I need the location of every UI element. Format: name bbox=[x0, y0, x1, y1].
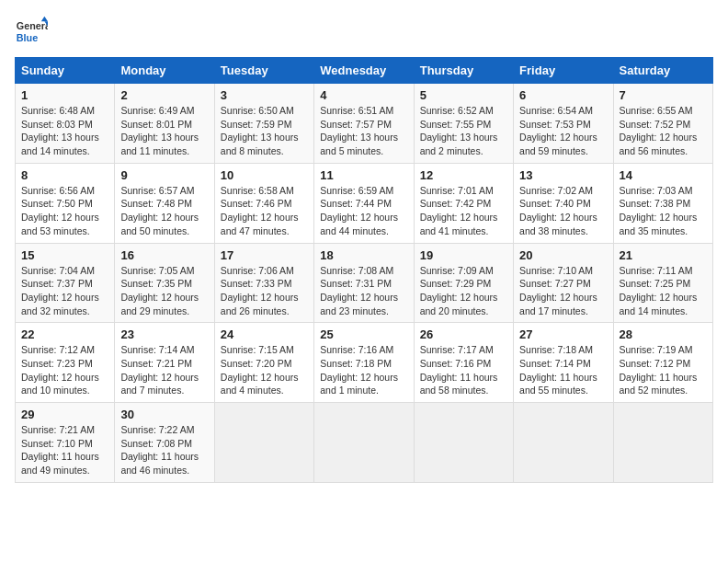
day-number: 11 bbox=[320, 168, 407, 182]
header-thursday: Thursday bbox=[414, 58, 513, 84]
calendar-cell: 21 Sunrise: 7:11 AMSunset: 7:25 PMDaylig… bbox=[613, 243, 712, 323]
calendar-cell: 19 Sunrise: 7:09 AMSunset: 7:29 PMDaylig… bbox=[414, 243, 513, 323]
calendar-cell: 5 Sunrise: 6:52 AMSunset: 7:55 PMDayligh… bbox=[414, 84, 513, 164]
day-number: 17 bbox=[221, 248, 308, 262]
day-info: Sunrise: 7:22 AMSunset: 7:08 PMDaylight:… bbox=[120, 423, 208, 477]
calendar-cell: 26 Sunrise: 7:17 AMSunset: 7:16 PMDaylig… bbox=[414, 323, 513, 403]
day-number: 22 bbox=[21, 327, 108, 341]
day-info: Sunrise: 7:21 AMSunset: 7:10 PMDaylight:… bbox=[21, 423, 108, 477]
day-info: Sunrise: 7:04 AMSunset: 7:37 PMDaylight:… bbox=[21, 264, 108, 318]
day-info: Sunrise: 7:15 AMSunset: 7:20 PMDaylight:… bbox=[221, 343, 308, 397]
header-monday: Monday bbox=[115, 58, 214, 84]
logo: General Blue bbox=[15, 15, 48, 48]
day-info: Sunrise: 7:18 AMSunset: 7:14 PMDaylight:… bbox=[519, 343, 607, 397]
day-number: 29 bbox=[21, 408, 108, 421]
day-info: Sunrise: 7:03 AMSunset: 7:38 PMDaylight:… bbox=[620, 184, 707, 238]
day-info: Sunrise: 7:08 AMSunset: 7:31 PMDaylight:… bbox=[320, 264, 407, 318]
calendar-cell: 11 Sunrise: 6:59 AMSunset: 7:44 PMDaylig… bbox=[314, 163, 414, 243]
day-info: Sunrise: 6:56 AMSunset: 7:50 PMDaylight:… bbox=[21, 184, 108, 238]
calendar-cell: 30 Sunrise: 7:22 AMSunset: 7:08 PMDaylig… bbox=[115, 403, 214, 483]
day-number: 2 bbox=[120, 88, 208, 102]
day-info: Sunrise: 7:06 AMSunset: 7:33 PMDaylight:… bbox=[221, 264, 308, 318]
day-number: 28 bbox=[620, 327, 707, 341]
day-info: Sunrise: 6:58 AMSunset: 7:46 PMDaylight:… bbox=[221, 184, 308, 238]
week-row-3: 15 Sunrise: 7:04 AMSunset: 7:37 PMDaylig… bbox=[16, 243, 713, 323]
calendar-cell: 14 Sunrise: 7:03 AMSunset: 7:38 PMDaylig… bbox=[613, 163, 712, 243]
calendar-cell: 18 Sunrise: 7:08 AMSunset: 7:31 PMDaylig… bbox=[314, 243, 414, 323]
day-info: Sunrise: 7:01 AMSunset: 7:42 PMDaylight:… bbox=[420, 184, 507, 238]
day-number: 6 bbox=[519, 88, 607, 102]
day-info: Sunrise: 6:50 AMSunset: 7:59 PMDaylight:… bbox=[221, 104, 308, 158]
day-number: 13 bbox=[519, 168, 607, 182]
day-info: Sunrise: 6:48 AMSunset: 8:03 PMDaylight:… bbox=[21, 104, 108, 158]
day-number: 7 bbox=[620, 88, 707, 102]
day-info: Sunrise: 6:57 AMSunset: 7:48 PMDaylight:… bbox=[120, 184, 208, 238]
weekday-header-row: Sunday Monday Tuesday Wednesday Thursday… bbox=[16, 58, 713, 84]
day-number: 19 bbox=[420, 248, 507, 262]
day-number: 30 bbox=[120, 408, 208, 421]
week-row-4: 22 Sunrise: 7:12 AMSunset: 7:23 PMDaylig… bbox=[16, 323, 713, 403]
day-info: Sunrise: 7:16 AMSunset: 7:18 PMDaylight:… bbox=[320, 343, 407, 397]
calendar-cell: 27 Sunrise: 7:18 AMSunset: 7:14 PMDaylig… bbox=[514, 323, 613, 403]
page-header: General Blue bbox=[15, 15, 713, 48]
header-tuesday: Tuesday bbox=[214, 58, 313, 84]
calendar-cell: 25 Sunrise: 7:16 AMSunset: 7:18 PMDaylig… bbox=[314, 323, 414, 403]
day-number: 4 bbox=[320, 88, 407, 102]
day-info: Sunrise: 7:19 AMSunset: 7:12 PMDaylight:… bbox=[620, 343, 707, 397]
svg-text:Blue: Blue bbox=[17, 32, 38, 43]
day-number: 3 bbox=[221, 88, 308, 102]
day-number: 24 bbox=[221, 327, 308, 341]
calendar-cell: 16 Sunrise: 7:05 AMSunset: 7:35 PMDaylig… bbox=[115, 243, 214, 323]
day-info: Sunrise: 7:05 AMSunset: 7:35 PMDaylight:… bbox=[120, 264, 208, 318]
day-number: 1 bbox=[21, 88, 108, 102]
day-number: 5 bbox=[420, 88, 507, 102]
calendar-cell: 20 Sunrise: 7:10 AMSunset: 7:27 PMDaylig… bbox=[514, 243, 613, 323]
week-row-5: 29 Sunrise: 7:21 AMSunset: 7:10 PMDaylig… bbox=[16, 403, 713, 483]
day-info: Sunrise: 6:54 AMSunset: 7:53 PMDaylight:… bbox=[519, 104, 607, 158]
day-info: Sunrise: 7:12 AMSunset: 7:23 PMDaylight:… bbox=[21, 343, 108, 397]
calendar-cell bbox=[514, 403, 613, 483]
calendar-cell: 2 Sunrise: 6:49 AMSunset: 8:01 PMDayligh… bbox=[115, 84, 214, 164]
week-row-2: 8 Sunrise: 6:56 AMSunset: 7:50 PMDayligh… bbox=[16, 163, 713, 243]
header-saturday: Saturday bbox=[613, 58, 712, 84]
day-number: 27 bbox=[519, 327, 607, 341]
calendar-cell: 9 Sunrise: 6:57 AMSunset: 7:48 PMDayligh… bbox=[115, 163, 214, 243]
day-info: Sunrise: 7:14 AMSunset: 7:21 PMDaylight:… bbox=[120, 343, 208, 397]
day-number: 15 bbox=[21, 248, 108, 262]
day-number: 26 bbox=[420, 327, 507, 341]
day-number: 8 bbox=[21, 168, 108, 182]
calendar-cell: 22 Sunrise: 7:12 AMSunset: 7:23 PMDaylig… bbox=[16, 323, 115, 403]
day-info: Sunrise: 6:55 AMSunset: 7:52 PMDaylight:… bbox=[620, 104, 707, 158]
day-info: Sunrise: 6:49 AMSunset: 8:01 PMDaylight:… bbox=[120, 104, 208, 158]
day-number: 20 bbox=[519, 248, 607, 262]
calendar-cell: 4 Sunrise: 6:51 AMSunset: 7:57 PMDayligh… bbox=[314, 84, 414, 164]
header-sunday: Sunday bbox=[16, 58, 115, 84]
calendar-cell: 29 Sunrise: 7:21 AMSunset: 7:10 PMDaylig… bbox=[16, 403, 115, 483]
header-friday: Friday bbox=[514, 58, 613, 84]
day-number: 18 bbox=[320, 248, 407, 262]
calendar-cell: 7 Sunrise: 6:55 AMSunset: 7:52 PMDayligh… bbox=[613, 84, 712, 164]
calendar-cell: 13 Sunrise: 7:02 AMSunset: 7:40 PMDaylig… bbox=[514, 163, 613, 243]
calendar-cell: 24 Sunrise: 7:15 AMSunset: 7:20 PMDaylig… bbox=[214, 323, 313, 403]
calendar-cell bbox=[314, 403, 414, 483]
calendar-cell: 23 Sunrise: 7:14 AMSunset: 7:21 PMDaylig… bbox=[115, 323, 214, 403]
day-info: Sunrise: 7:17 AMSunset: 7:16 PMDaylight:… bbox=[420, 343, 507, 397]
day-info: Sunrise: 7:09 AMSunset: 7:29 PMDaylight:… bbox=[420, 264, 507, 318]
day-number: 14 bbox=[620, 168, 707, 182]
calendar-cell bbox=[613, 403, 712, 483]
calendar-cell: 6 Sunrise: 6:54 AMSunset: 7:53 PMDayligh… bbox=[514, 84, 613, 164]
day-number: 16 bbox=[120, 248, 208, 262]
calendar-cell bbox=[414, 403, 513, 483]
day-info: Sunrise: 7:10 AMSunset: 7:27 PMDaylight:… bbox=[519, 264, 607, 318]
logo-icon: General Blue bbox=[15, 15, 48, 48]
calendar-cell: 15 Sunrise: 7:04 AMSunset: 7:37 PMDaylig… bbox=[16, 243, 115, 323]
day-number: 10 bbox=[221, 168, 308, 182]
day-info: Sunrise: 7:02 AMSunset: 7:40 PMDaylight:… bbox=[519, 184, 607, 238]
week-row-1: 1 Sunrise: 6:48 AMSunset: 8:03 PMDayligh… bbox=[16, 84, 713, 164]
calendar-cell: 1 Sunrise: 6:48 AMSunset: 8:03 PMDayligh… bbox=[16, 84, 115, 164]
calendar-cell: 28 Sunrise: 7:19 AMSunset: 7:12 PMDaylig… bbox=[613, 323, 712, 403]
day-info: Sunrise: 7:11 AMSunset: 7:25 PMDaylight:… bbox=[620, 264, 707, 318]
day-number: 9 bbox=[120, 168, 208, 182]
header-wednesday: Wednesday bbox=[314, 58, 414, 84]
calendar-table: Sunday Monday Tuesday Wednesday Thursday… bbox=[15, 57, 713, 483]
